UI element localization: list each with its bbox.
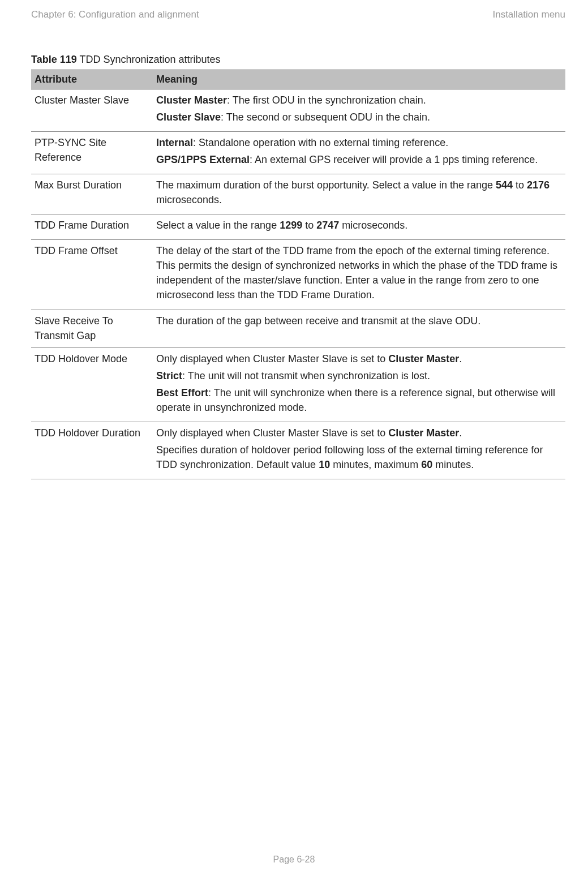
text: : The unit will synchronize when there i… <box>156 387 555 413</box>
page-footer: Page 6-28 <box>0 853 588 866</box>
text: : The first ODU in the synchronization c… <box>227 95 426 106</box>
text: microseconds. <box>339 220 407 231</box>
text: The maximum duration of the burst opport… <box>156 179 496 191</box>
term: Cluster Master <box>388 353 459 364</box>
text: Only displayed when Cluster Master Slave… <box>156 427 388 439</box>
text: The delay of the start of the TDD frame … <box>156 243 562 302</box>
term: Strict <box>156 370 182 381</box>
text: minutes, maximum <box>330 459 421 470</box>
value: 544 <box>496 179 513 191</box>
cell-attribute: Cluster Master Slave <box>31 89 153 131</box>
text: to <box>302 220 316 231</box>
table-row: Max Burst Duration The maximum duration … <box>31 174 565 214</box>
term: Cluster Slave <box>156 111 221 123</box>
cell-attribute: Max Burst Duration <box>31 174 153 214</box>
term: GPS/1PPS External <box>156 154 250 165</box>
table-row: Slave Receive To Transmit Gap The durati… <box>31 310 565 347</box>
cell-meaning: Cluster Master: The first ODU in the syn… <box>153 89 565 131</box>
table-title: TDD Synchronization attributes <box>77 54 221 65</box>
page-header: Chapter 6: Configuration and alignment I… <box>31 8 565 22</box>
text: Select a value in the range <box>156 220 280 231</box>
text: . <box>459 353 462 364</box>
cell-meaning: Select a value in the range 1299 to 2747… <box>153 214 565 240</box>
cell-meaning: Only displayed when Cluster Master Slave… <box>153 347 565 422</box>
cell-attribute: Slave Receive To Transmit Gap <box>31 310 153 347</box>
table-header-row: Attribute Meaning <box>31 70 565 89</box>
value: 2176 <box>527 179 550 191</box>
value: 2747 <box>316 220 339 231</box>
table-row: TDD Holdover Mode Only displayed when Cl… <box>31 347 565 422</box>
term: Cluster Master <box>156 95 227 106</box>
cell-attribute: TDD Frame Offset <box>31 240 153 310</box>
col-meaning: Meaning <box>153 70 565 89</box>
text: : Standalone operation with no external … <box>193 137 448 148</box>
text: to <box>513 179 527 191</box>
cell-attribute: TDD Holdover Duration <box>31 422 153 479</box>
term: Cluster Master <box>388 427 459 439</box>
table-row: TDD Holdover Duration Only displayed whe… <box>31 422 565 479</box>
page: Chapter 6: Configuration and alignment I… <box>0 0 588 880</box>
text: Only displayed when Cluster Master Slave… <box>156 353 388 364</box>
text: microseconds. <box>156 194 222 205</box>
value: 1299 <box>280 220 302 231</box>
table-row: Cluster Master Slave Cluster Master: The… <box>31 89 565 131</box>
table-row: TDD Frame Duration Select a value in the… <box>31 214 565 240</box>
term: Best Effort <box>156 387 208 398</box>
table-caption: Table 119 TDD Synchronization attributes <box>31 53 565 66</box>
col-attribute: Attribute <box>31 70 153 89</box>
cell-meaning: Internal: Standalone operation with no e… <box>153 131 565 174</box>
term: Internal <box>156 137 193 148</box>
table-number: Table 119 <box>31 54 77 65</box>
cell-attribute: PTP-SYNC Site Reference <box>31 131 153 174</box>
cell-meaning: The maximum duration of the burst opport… <box>153 174 565 214</box>
cell-attribute: TDD Holdover Mode <box>31 347 153 422</box>
attributes-table: Attribute Meaning Cluster Master Slave C… <box>31 70 565 479</box>
header-right: Installation menu <box>492 8 565 22</box>
cell-attribute: TDD Frame Duration <box>31 214 153 240</box>
text: : The unit will not transmit when synchr… <box>182 370 430 381</box>
cell-meaning: Only displayed when Cluster Master Slave… <box>153 422 565 479</box>
value: 10 <box>319 459 330 470</box>
cell-meaning: The delay of the start of the TDD frame … <box>153 240 565 310</box>
table-row: PTP-SYNC Site Reference Internal: Standa… <box>31 131 565 174</box>
value: 60 <box>421 459 432 470</box>
cell-meaning: The duration of the gap between receive … <box>153 310 565 347</box>
text: . <box>459 427 462 439</box>
text: : The second or subsequent ODU in the ch… <box>221 111 430 123</box>
text: minutes. <box>432 459 474 470</box>
header-left: Chapter 6: Configuration and alignment <box>31 8 199 22</box>
table-row: TDD Frame Offset The delay of the start … <box>31 240 565 310</box>
text: The duration of the gap between receive … <box>156 314 562 328</box>
text: : An external GPS receiver will provide … <box>250 154 538 165</box>
